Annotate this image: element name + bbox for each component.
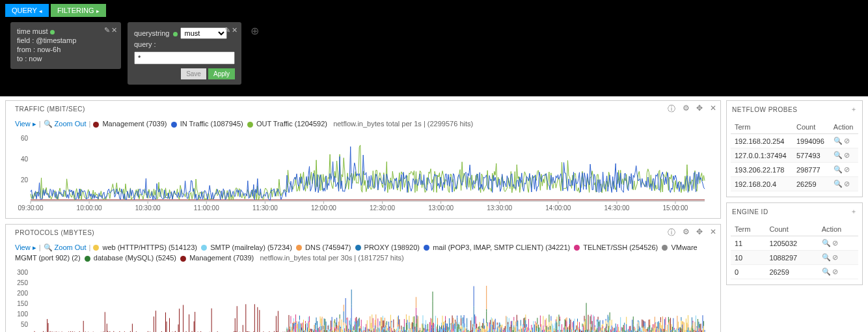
svg-text:12:30:00: 12:30:00	[370, 204, 395, 212]
edit-icon[interactable]: ✎	[224, 26, 230, 34]
legend-item[interactable]: IN Traffic (1087945)	[180, 120, 243, 128]
traffic-title: TRAFFIC (MBIT/SEC)	[15, 105, 85, 113]
svg-text:11:00:00: 11:00:00	[194, 204, 219, 212]
legend-item[interactable]: web (HTTP/HTTPS) (514123)	[102, 243, 197, 251]
top-filter-bar: QUERY◂ FILTERING▸ ✎✕ time must field : @…	[0, 0, 868, 96]
legend-item[interactable]: DNS (745947)	[305, 243, 351, 251]
exclude-icon[interactable]: ⊘	[844, 151, 850, 159]
table-row: 192.168.20.2541994096🔍⊘	[731, 134, 858, 148]
search-icon[interactable]: 🔍	[834, 137, 843, 145]
move-icon[interactable]: ✥	[696, 104, 703, 115]
legend-item[interactable]: PROXY (198920)	[364, 243, 420, 251]
svg-text:50: 50	[21, 321, 29, 328]
filtering-toggle-button[interactable]: FILTERING▸	[51, 4, 106, 17]
search-icon[interactable]: 🔍	[834, 151, 843, 159]
filtering-label: FILTERING	[57, 7, 94, 14]
table-row: 101088297🔍⊘	[731, 251, 858, 265]
svg-text:300: 300	[17, 269, 28, 276]
exclude-icon[interactable]: ⊘	[844, 165, 850, 173]
table-row: 111205032🔍⊘	[731, 236, 858, 251]
search-icon[interactable]: 🔍	[822, 268, 831, 275]
gear-icon[interactable]: ⚙	[683, 227, 690, 238]
close-icon[interactable]: ✕	[232, 26, 237, 34]
query-toggle-button[interactable]: QUERY◂	[5, 4, 49, 17]
search-icon[interactable]: 🔍	[834, 180, 843, 187]
col-header: Action	[830, 120, 858, 134]
svg-text:11:30:00: 11:30:00	[252, 204, 278, 212]
query-label: QUERY	[12, 7, 37, 14]
svg-text:15:00:00: 15:00:00	[662, 204, 688, 212]
move-icon[interactable]: ✥	[696, 227, 703, 238]
svg-text:250: 250	[17, 279, 28, 286]
legend-item[interactable]: mail (POP3, IMAP, SMTP CLIENT) (34221)	[433, 243, 570, 251]
svg-text:60: 60	[21, 135, 29, 142]
traffic-chart[interactable]: 20406009:30:0010:00:0010:30:0011:00:0011…	[12, 135, 709, 213]
gear-icon[interactable]: ⚙	[683, 104, 690, 115]
exclude-icon[interactable]: ⊘	[832, 239, 838, 247]
search-icon[interactable]: 🔍	[822, 239, 831, 247]
protocols-chart[interactable]: 5010015020025030009:30:0010:00:0010:30:0…	[12, 269, 709, 333]
engine-id-panel: ENGINE ID ＋ TermCountAction111205032🔍⊘10…	[726, 202, 863, 285]
svg-text:13:30:00: 13:30:00	[487, 204, 512, 212]
add-icon[interactable]: ＋	[850, 105, 858, 114]
svg-text:20: 20	[21, 176, 29, 184]
svg-text:13:00:00: 13:00:00	[428, 204, 454, 212]
svg-text:100: 100	[17, 311, 28, 318]
exclude-icon[interactable]: ⊘	[844, 180, 850, 187]
netflow-title: NETFLOW PROBES	[732, 106, 797, 113]
term-cell: 11	[731, 236, 765, 251]
add-icon[interactable]: ＋	[850, 207, 858, 216]
netflow-table: TermCountAction192.168.20.2541994096🔍⊘12…	[731, 120, 858, 191]
table-row: 192.168.20.426259🔍⊘	[731, 177, 858, 191]
legend-item[interactable]: OUT Traffic (1204592)	[256, 120, 327, 128]
table-row: 193.206.22.178298777🔍⊘	[731, 163, 858, 177]
col-header: Term	[731, 223, 765, 236]
svg-text:200: 200	[17, 290, 28, 297]
query-mode-select[interactable]: mustmust_noteither	[180, 27, 227, 39]
legend-item[interactable]: SMTP (mailrelay) (57234)	[210, 243, 292, 251]
legend-item[interactable]: Management (7039)	[189, 254, 254, 262]
exclude-icon[interactable]: ⊘	[832, 268, 838, 275]
time-filter-from: from : now-6h	[17, 46, 115, 53]
info-icon[interactable]: ⓘ	[668, 227, 676, 238]
apply-button[interactable]: Apply	[208, 68, 235, 79]
close-icon[interactable]: ✕	[111, 26, 117, 34]
add-filter-button[interactable]: ⊕	[251, 25, 259, 37]
exclude-icon[interactable]: ⊘	[844, 137, 850, 145]
time-filter-title: time must	[17, 27, 48, 35]
svg-text:12:00:00: 12:00:00	[311, 204, 336, 212]
close-icon[interactable]: ✕	[710, 104, 717, 115]
caret-left-icon: ◂	[39, 8, 42, 14]
svg-text:14:30:00: 14:30:00	[604, 204, 629, 212]
col-header: Count	[765, 223, 817, 236]
term-cell: 0	[731, 265, 765, 279]
status-dot-icon	[173, 32, 178, 36]
protocols-legend-row: View ▸|🔍 Zoom Out| web (HTTP/HTTPS) (514…	[6, 241, 720, 266]
view-link[interactable]: View ▸	[15, 120, 36, 128]
search-icon[interactable]: 🔍	[822, 253, 831, 261]
zoom-out-link[interactable]: 🔍 Zoom Out	[44, 243, 87, 251]
info-icon[interactable]: ⓘ	[668, 104, 676, 115]
term-cell: 10	[731, 251, 765, 265]
traffic-legend-row: View ▸|🔍 Zoom Out| Management (7039) IN …	[6, 117, 720, 132]
legend-item[interactable]: database (MySQL) (5245)	[94, 254, 176, 262]
svg-text:10:30:00: 10:30:00	[135, 204, 161, 212]
netflow-probes-panel: NETFLOW PROBES ＋ TermCountAction192.168.…	[726, 100, 863, 197]
search-icon[interactable]: 🔍	[834, 165, 843, 173]
term-cell: 192.168.20.4	[731, 177, 793, 191]
svg-text:40: 40	[21, 156, 29, 163]
legend-item[interactable]: TELNET/SSH (254526)	[583, 243, 658, 251]
zoom-out-link[interactable]: 🔍 Zoom Out	[44, 120, 87, 128]
legend-item[interactable]: Management (7039)	[102, 120, 167, 128]
view-link[interactable]: View ▸	[15, 243, 36, 251]
save-button[interactable]: Save	[181, 68, 206, 79]
edit-icon[interactable]: ✎	[104, 26, 110, 34]
exclude-icon[interactable]: ⊘	[832, 253, 838, 261]
close-icon[interactable]: ✕	[710, 227, 717, 238]
query-input[interactable]	[134, 51, 235, 64]
status-dot-icon	[50, 30, 55, 35]
svg-text:09:30:00: 09:30:00	[18, 204, 44, 212]
count-cell: 298777	[793, 163, 830, 177]
svg-text:10:00:00: 10:00:00	[77, 204, 102, 212]
term-cell: 192.168.20.254	[731, 134, 793, 148]
